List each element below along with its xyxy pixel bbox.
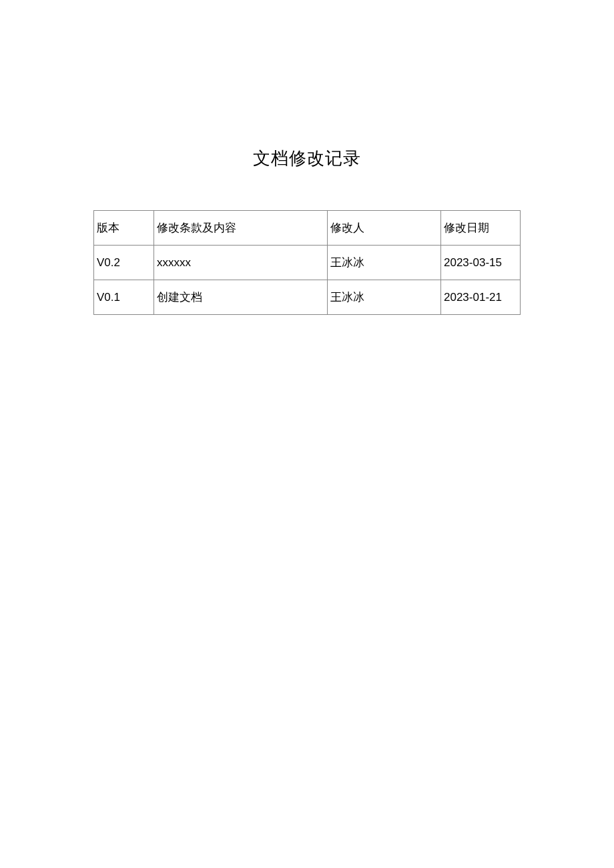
cell-author: 王冰冰 <box>328 246 441 280</box>
cell-version: V0.2 <box>94 246 154 280</box>
table-header-row: 版本 修改条款及内容 修改人 修改日期 <box>94 211 521 246</box>
page-title: 文档修改记录 <box>93 147 521 170</box>
header-date: 修改日期 <box>441 211 521 246</box>
cell-version: V0.1 <box>94 280 154 315</box>
cell-date: 2023-03-15 <box>441 246 521 280</box>
cell-author: 王冰冰 <box>328 280 441 315</box>
table-row: V0.1 创建文档 王冰冰 2023-01-21 <box>94 280 521 315</box>
header-content: 修改条款及内容 <box>154 211 328 246</box>
document-page: 文档修改记录 版本 修改条款及内容 修改人 修改日期 V0.2 xxxxxx 王… <box>0 0 614 315</box>
header-version: 版本 <box>94 211 154 246</box>
cell-content: 创建文档 <box>154 280 328 315</box>
revision-table: 版本 修改条款及内容 修改人 修改日期 V0.2 xxxxxx 王冰冰 2023… <box>93 210 521 315</box>
header-author: 修改人 <box>328 211 441 246</box>
cell-content: xxxxxx <box>154 246 328 280</box>
table-row: V0.2 xxxxxx 王冰冰 2023-03-15 <box>94 246 521 280</box>
cell-date: 2023-01-21 <box>441 280 521 315</box>
